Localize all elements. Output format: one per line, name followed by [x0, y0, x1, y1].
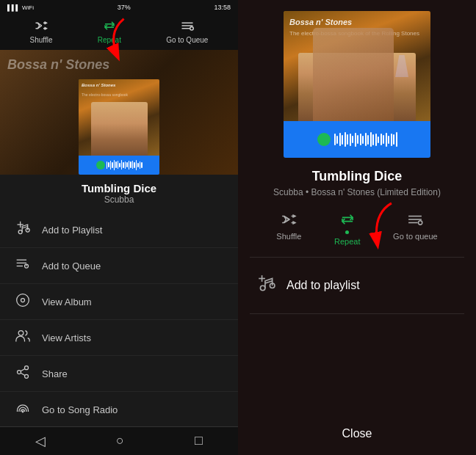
add-playlist-label: Add to Playlist: [42, 225, 102, 236]
top-controls-left: Shuffle Repeat Go to Queue: [0, 15, 238, 50]
svg-point-7: [18, 230, 22, 234]
add-playlist-row-label: Add to playlist: [286, 279, 360, 292]
spotify-logo-right: [317, 133, 331, 146]
svg-point-19: [25, 366, 29, 370]
add-playlist-row-icon: [256, 274, 275, 297]
add-queue-label: Add to Queue: [42, 261, 101, 272]
svg-point-32: [419, 221, 422, 225]
menu-item-add-playlist[interactable]: Add to Playlist: [0, 212, 238, 248]
share-label: Share: [42, 368, 68, 379]
status-icons-left: ▌▌▌ WiFi: [7, 4, 34, 11]
album-cover-body: Bossa n' Stones The electro-bossa songbo…: [79, 79, 159, 156]
home-nav-btn[interactable]: ○: [116, 433, 124, 449]
menu-item-view-artists[interactable]: View Artists: [0, 320, 238, 356]
shuffle-icon-right: [281, 212, 297, 229]
song-subtitle-right: Scubba • Bossa n' Stones (Limited Editio…: [259, 187, 455, 197]
svg-point-20: [18, 371, 21, 374]
right-panel: Bossa n' Stones The electro-bossa songbo…: [238, 0, 476, 455]
song-info-left: Tumbling Dice Scubba: [0, 175, 238, 208]
shuffle-icon-left: [35, 21, 48, 34]
left-panel: ▌▌▌ WiFi 37% 13:58 Shuffle: [0, 0, 238, 455]
battery-left: 37%: [118, 4, 131, 11]
view-artists-icon: [15, 329, 31, 346]
song-radio-label: Go to Song Radio: [42, 404, 118, 415]
close-button[interactable]: Close: [342, 427, 372, 440]
album-cover-right-body: Bossa n' Stones The electro-bossa songbo…: [284, 11, 430, 121]
album-subtitle-small: The electro-bossa songbook: [82, 92, 156, 97]
album-title-small: Bossa n' Stones: [82, 83, 156, 88]
shuffle-label-right: Shuffle: [276, 232, 301, 241]
menu-item-view-album[interactable]: View Album: [0, 284, 238, 320]
nav-bar-left: ◁ ○ □: [0, 426, 238, 455]
song-radio-icon: [15, 401, 31, 418]
menu-item-add-queue[interactable]: Add to Queue: [0, 248, 238, 284]
song-artist-left: Scubba: [0, 194, 238, 205]
spotify-logo-small: [96, 161, 105, 170]
song-title-left: Tumbling Dice: [0, 182, 238, 194]
time-left: 13:58: [214, 4, 231, 11]
status-bar-left: ▌▌▌ WiFi 37% 13:58: [0, 0, 238, 15]
wifi-icon: WiFi: [22, 4, 34, 11]
view-artists-label: View Artists: [42, 332, 91, 343]
album-cover-bottom: [79, 156, 159, 175]
svg-point-34: [260, 285, 265, 291]
menu-item-song-radio[interactable]: Go to Song Radio: [0, 392, 238, 426]
svg-point-17: [21, 299, 25, 302]
add-queue-icon: [15, 257, 31, 274]
svg-point-5: [190, 27, 194, 31]
song-title-right: Tumbling Dice: [312, 169, 403, 184]
divider-2: [250, 313, 464, 314]
svg-point-16: [17, 294, 29, 307]
album-cover-right: Bossa n' Stones The electro-bossa songbo…: [284, 11, 430, 158]
menu-list: Add to Playlist Add to Queue View Album: [0, 208, 238, 426]
red-arrow-right: [351, 197, 418, 261]
menu-item-share[interactable]: Share: [0, 356, 238, 392]
queue-label-left: Go to Queue: [166, 36, 208, 44]
svg-point-18: [18, 331, 24, 336]
signal-icon: ▌▌▌: [7, 4, 20, 11]
barcode-lines-small: [107, 160, 143, 170]
back-nav-btn[interactable]: ◁: [35, 433, 46, 449]
album-bg-text: Bossa n' Stones: [7, 57, 109, 73]
svg-line-23: [21, 368, 25, 371]
view-album-label: View Album: [42, 296, 92, 307]
album-cover-small: Bossa n' Stones The electro-bossa songbo…: [79, 79, 159, 175]
album-title-right: Bossa n' Stones: [289, 17, 425, 27]
divider: [250, 257, 464, 258]
queue-icon-left: [181, 21, 194, 34]
shuffle-control-right[interactable]: Shuffle: [276, 212, 301, 246]
shuffle-label-left: Shuffle: [30, 36, 53, 44]
repeat-label-right: Repeat: [334, 237, 360, 246]
album-cover-right-bottom: [284, 121, 430, 158]
share-icon: [15, 365, 31, 382]
add-playlist-row[interactable]: Add to playlist: [238, 265, 476, 306]
barcode-lines-right: [334, 132, 397, 147]
svg-point-21: [25, 374, 29, 378]
add-playlist-icon: [15, 221, 31, 239]
svg-point-24: [22, 411, 24, 412]
controls-row-right: Shuffle Repeat Go to queue: [238, 197, 476, 250]
view-album-icon: [15, 293, 31, 310]
recent-nav-btn[interactable]: □: [195, 433, 203, 449]
shuffle-control-left[interactable]: Shuffle: [30, 21, 53, 44]
queue-control-left[interactable]: Go to Queue: [166, 21, 208, 44]
svg-line-22: [21, 373, 25, 375]
